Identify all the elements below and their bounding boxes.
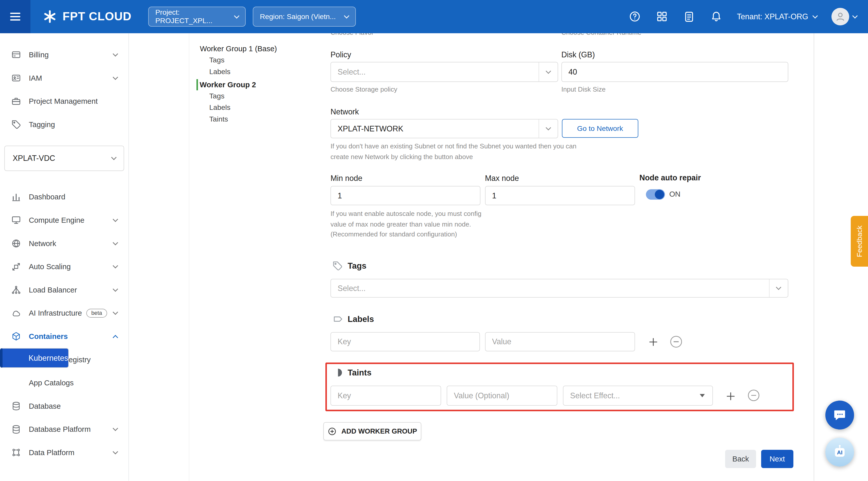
- sidebar-item-dashboard[interactable]: Dashboard: [0, 186, 128, 209]
- globe-icon: [11, 238, 21, 248]
- dropdown-arrow-icon: [700, 394, 705, 397]
- panel-divider: [189, 33, 189, 481]
- tree-item-labels[interactable]: Labels: [196, 66, 327, 77]
- fpt-logo-icon: [43, 9, 57, 24]
- disk-label: Disk (GB): [561, 50, 595, 59]
- sidebar-item-kubernetes[interactable]: Kubernetes: [0, 348, 69, 368]
- chevron-down-icon: [113, 263, 118, 269]
- dashboard-icon: [11, 192, 21, 202]
- chat-support-button[interactable]: [825, 400, 854, 429]
- sidebar-item-iam[interactable]: IAM: [0, 66, 128, 90]
- max-node-input[interactable]: [485, 186, 635, 205]
- network-select-value: XPLAT-NETWORK: [331, 124, 538, 133]
- plus-circle-icon: [328, 427, 337, 436]
- sidebar-item-label: Project Management: [29, 97, 120, 105]
- tree-item-labels[interactable]: Labels: [196, 102, 327, 114]
- tenant-label: Tenant: XPLAT-ORG: [737, 12, 808, 21]
- project-selector[interactable]: Project: PROJECT_XPL...: [148, 7, 246, 27]
- sidebar-item-ai-infrastructure[interactable]: AI Infrastructure beta: [0, 302, 128, 325]
- tags-select[interactable]: Select...: [331, 279, 788, 297]
- chevron-up-icon: [113, 335, 118, 341]
- svg-text:AI: AI: [837, 449, 843, 456]
- back-button[interactable]: Back: [725, 450, 756, 468]
- next-button[interactable]: Next: [761, 450, 794, 468]
- tags-select-placeholder: Select...: [331, 284, 769, 293]
- network-select[interactable]: XPLAT-NETWORK: [331, 119, 558, 138]
- chevron-down-icon: [113, 426, 118, 431]
- tenant-selector[interactable]: Tenant: XPLAT-ORG: [737, 12, 817, 21]
- feedback-tab[interactable]: Feedback: [851, 216, 868, 267]
- page: FPT CLOUD Project: PROJECT_XPL... Region…: [0, 0, 868, 481]
- sidebar-item-project-management[interactable]: Project Management: [0, 90, 128, 113]
- data-platform-icon: [11, 448, 21, 457]
- menu-button[interactable]: [0, 0, 30, 33]
- autoscale-helper-line1: If you want enable autoscale node, you m…: [331, 209, 482, 219]
- taints-effect-select[interactable]: Select Effect...: [563, 386, 713, 406]
- chevron-down-icon: [111, 155, 117, 160]
- user-menu[interactable]: [832, 8, 857, 26]
- taints-key-input[interactable]: [331, 386, 441, 406]
- sidebar-item-network[interactable]: Network: [0, 232, 128, 255]
- network-helper-line2: create new Network by clicking the butto…: [331, 152, 473, 162]
- load-balancer-icon: [11, 285, 21, 295]
- tree-worker-group-2[interactable]: Worker Group 2: [196, 79, 327, 90]
- tree-item-tags[interactable]: Tags: [196, 54, 327, 66]
- sidebar-item-app-catalogs[interactable]: App Catalogs: [0, 371, 128, 394]
- project-selector-label: Project: PROJECT_XPL...: [155, 8, 235, 25]
- chevron-down-icon: [113, 310, 118, 315]
- ai-assistant-button[interactable]: AI: [825, 438, 854, 466]
- chevron-down-icon: [113, 74, 118, 80]
- taints-add-button[interactable]: [724, 390, 737, 403]
- database-platform-icon: [11, 424, 21, 434]
- sidebar-item-compute-engine[interactable]: Compute Engine: [0, 209, 128, 232]
- region-selector[interactable]: Region: Saigon (Vietn...: [253, 7, 356, 27]
- chevron-down-icon: [812, 13, 818, 19]
- sidebar-item-load-balancer[interactable]: Load Balancer: [0, 278, 128, 302]
- chevron-down-icon: [852, 13, 858, 19]
- labels-remove-button[interactable]: [670, 336, 682, 348]
- sidebar-item-label: Database Platform: [29, 425, 114, 434]
- sidebar-item-billing[interactable]: Billing: [0, 43, 128, 66]
- chevron-down-icon: [769, 279, 788, 297]
- content-divider: [814, 33, 814, 481]
- chevron-down-icon: [113, 51, 118, 57]
- cube-icon: [11, 331, 21, 341]
- taints-icon: [333, 367, 343, 378]
- release-notes-icon[interactable]: [683, 10, 695, 23]
- apps-icon[interactable]: [656, 10, 668, 23]
- vdc-selector[interactable]: XPLAT-VDC: [4, 146, 124, 171]
- policy-select[interactable]: Select...: [331, 62, 558, 82]
- sidebar-item-database-platform[interactable]: Database Platform: [0, 418, 128, 441]
- tree-item-tags[interactable]: Tags: [196, 90, 327, 102]
- sidebar-item-tagging[interactable]: Tagging: [0, 113, 128, 136]
- node-auto-repair-label: Node auto repair: [639, 173, 701, 182]
- disk-input[interactable]: [561, 62, 788, 82]
- taints-value-input[interactable]: [447, 386, 557, 406]
- add-worker-group-button[interactable]: ADD WORKER GROUP: [323, 422, 421, 440]
- sidebar-item-containers[interactable]: Containers: [0, 325, 128, 348]
- monitor-icon: [11, 215, 21, 225]
- chevron-down-icon: [113, 286, 118, 292]
- sidebar-item-data-platform[interactable]: Data Platform: [0, 441, 128, 464]
- labels-value-input[interactable]: [485, 332, 635, 351]
- tree-worker-group-1[interactable]: Worker Group 1 (Base): [196, 43, 327, 54]
- sidebar-item-database[interactable]: Database: [0, 394, 128, 418]
- logo: FPT CLOUD: [43, 9, 131, 24]
- chat-bubble-icon: [833, 408, 847, 422]
- tree-item-taints[interactable]: Taints: [196, 114, 327, 125]
- chevron-down-icon: [538, 120, 557, 138]
- support-icon[interactable]: [628, 10, 641, 23]
- notification-bell-icon[interactable]: [710, 10, 722, 23]
- node-auto-repair-toggle[interactable]: [646, 189, 665, 200]
- min-node-input[interactable]: [331, 186, 480, 205]
- labels-add-button[interactable]: [647, 335, 660, 349]
- billing-icon: [11, 50, 21, 60]
- ai-robot-icon: AI: [832, 444, 848, 460]
- go-to-network-button[interactable]: Go to Network: [562, 119, 638, 138]
- autoscale-helper-line3: (Recommended for standard configuration): [331, 229, 457, 239]
- sidebar-item-label: Kubernetes: [29, 354, 68, 362]
- labels-key-input[interactable]: [331, 332, 480, 351]
- labels-section-title: Labels: [348, 314, 374, 324]
- taints-remove-button[interactable]: [748, 390, 760, 402]
- sidebar-item-auto-scaling[interactable]: Auto Scaling: [0, 255, 128, 278]
